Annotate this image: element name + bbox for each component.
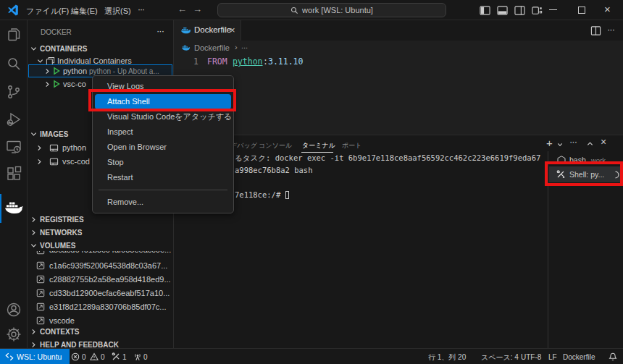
tree-item-vsc-co[interactable]: vsc-co <box>63 80 86 88</box>
annotation-box-shell <box>545 161 623 186</box>
menu-item-stop[interactable]: Stop <box>95 155 231 170</box>
section-registries[interactable]: REGISTRIES <box>40 216 84 224</box>
code-tag: 3.11.10 <box>268 56 303 67</box>
tree-item-image-python[interactable]: python <box>62 143 86 152</box>
menu-edit[interactable]: 編集(E) <box>71 6 98 17</box>
editor-more-icon[interactable]: ··· <box>607 24 614 35</box>
tab-bar <box>174 20 623 41</box>
status-bar: WSL: Ubuntu 0 0 1 0 行 1、列 20 スペース: 4 UTF… <box>0 348 623 364</box>
window-close-button[interactable]: × <box>604 3 611 15</box>
errors-count[interactable]: 0 <box>82 353 86 361</box>
container-running-icon <box>52 67 61 75</box>
breadcrumb-more[interactable]: ... <box>241 41 248 50</box>
indentation[interactable]: スペース: 4 <box>481 352 519 363</box>
window-maximize-button[interactable] <box>578 7 585 14</box>
toggle-sidebar-icon[interactable] <box>480 5 490 16</box>
explorer-icon[interactable] <box>5 26 22 43</box>
tab-dockerfile[interactable]: Dockerfile × <box>174 20 241 41</box>
menu-overflow[interactable]: ··· <box>138 4 144 14</box>
panel-close-icon[interactable]: × <box>601 136 606 148</box>
networks-chevron-icon[interactable] <box>30 229 37 236</box>
volume-row[interactable]: vscode <box>28 314 174 328</box>
breadcrumb[interactable]: Dockerfile › ... <box>174 41 623 55</box>
breadcrumb-file[interactable]: Dockerfile <box>194 43 230 52</box>
tree-item-python[interactable]: python <box>63 67 87 75</box>
volumes-chevron-icon[interactable] <box>30 242 37 249</box>
menu-item-open-in-browser[interactable]: Open in Browser <box>95 140 231 155</box>
section-contexts[interactable]: CONTEXTS <box>40 328 79 336</box>
nav-forward-icon[interactable]: → <box>193 4 202 14</box>
section-networks[interactable]: NETWORKS <box>40 229 82 237</box>
window-minimize-button[interactable] <box>549 9 557 10</box>
section-volumes[interactable]: VOLUMES <box>40 242 75 250</box>
eol[interactable]: LF <box>548 353 557 361</box>
volume-row-clipped[interactable]: a5cacd6401b5c04af055eeacc0e... <box>28 251 174 258</box>
search-icon <box>290 7 298 14</box>
source-control-icon[interactable] <box>5 83 22 101</box>
volume-row[interactable]: c28882755b2a58ea958d418ed9... <box>28 273 174 287</box>
customize-layout-icon[interactable] <box>532 5 543 16</box>
search-sidebar-icon[interactable] <box>5 55 22 72</box>
panel-tab-terminal[interactable]: ターミナル <box>302 141 335 151</box>
section-containers[interactable]: CONTAINERS <box>40 45 87 53</box>
tab-title: Dockerfile <box>194 25 231 34</box>
image-vsc-chevron-icon[interactable] <box>36 158 43 165</box>
terminal-cursor <box>285 191 289 199</box>
menu-selection[interactable]: 選択(S) <box>104 6 131 17</box>
accounts-icon[interactable] <box>5 301 22 318</box>
section-help[interactable]: HELP AND FEEDBACK <box>40 341 119 348</box>
settings-gear-icon[interactable] <box>5 326 22 343</box>
encoding[interactable]: UTF-8 <box>521 353 541 361</box>
images-chevron-icon[interactable] <box>30 131 37 137</box>
menu-file[interactable]: ファイル(F) <box>26 6 69 17</box>
python-chevron-icon[interactable] <box>44 68 51 75</box>
panel-maximize-icon[interactable] <box>587 140 593 147</box>
run-debug-icon[interactable] <box>5 111 22 128</box>
toggle-panel-icon[interactable] <box>497 5 508 16</box>
help-chevron-icon[interactable] <box>30 342 37 348</box>
tree-item-image-vsc-cod[interactable]: vsc-cod <box>62 157 90 166</box>
new-terminal-icon[interactable]: + <box>546 137 553 149</box>
image-python-chevron-icon[interactable] <box>36 145 43 151</box>
sidebar-more-icon[interactable]: ··· <box>156 25 164 36</box>
ports-count[interactable]: 0 <box>143 353 148 361</box>
terminal-line-2: a998ec76b8a2 bash <box>235 164 540 177</box>
docker-icon[interactable] <box>4 200 23 216</box>
volume-row[interactable]: cd33bd12900ecfac6eabf517a10... <box>28 287 174 300</box>
tab-close-icon[interactable]: × <box>230 25 235 35</box>
group-chevron-icon[interactable] <box>37 58 43 64</box>
extensions-icon[interactable] <box>5 165 22 182</box>
vsc-chevron-icon[interactable] <box>44 81 51 88</box>
menu-item-remove[interactable]: Remove... <box>95 195 231 210</box>
split-editor-icon[interactable] <box>590 25 601 36</box>
terminal-dropdown-icon[interactable] <box>557 142 563 148</box>
warnings-count[interactable]: 0 <box>101 353 105 361</box>
toggle-secondary-sidebar-icon[interactable] <box>514 5 525 16</box>
panel: デバッグ コンソール ターミナル ポート + ··· × るタスク: docke… <box>174 135 623 348</box>
search-box[interactable]: work [WSL: Ubuntu] <box>217 3 446 17</box>
volume-row[interactable]: e31f8d21289a830706b85df07c... <box>28 300 174 314</box>
terminal-output[interactable]: るタスク: docker exec -it 6b9e17e118ce8aaf56… <box>235 152 540 201</box>
panel-tab-ports[interactable]: ポート <box>342 141 361 151</box>
containers-chevron-icon[interactable] <box>30 46 37 52</box>
nav-back-icon[interactable]: ← <box>177 4 187 14</box>
cursor-position[interactable]: 行 1、列 20 <box>428 352 466 363</box>
menu-item-inspect[interactable]: Inspect <box>95 124 231 140</box>
menu-separator <box>99 190 227 190</box>
language-mode[interactable]: Dockerfile <box>563 353 595 361</box>
panel-more-icon[interactable]: ··· <box>569 136 577 147</box>
registries-chevron-icon[interactable] <box>30 216 37 223</box>
panel-tab-debug-console[interactable]: デバッグ コンソール <box>230 141 292 151</box>
volume-row[interactable]: c1a6c939f520064538d8c03a67... <box>28 259 174 273</box>
contexts-chevron-icon[interactable] <box>30 329 37 335</box>
code-colon: : <box>263 56 268 67</box>
notifications-bell-icon[interactable] <box>609 352 617 361</box>
remote-explorer-icon[interactable] <box>5 138 22 156</box>
code-image-ref[interactable]: python <box>233 56 263 67</box>
section-images[interactable]: IMAGES <box>40 130 68 138</box>
code-line-1[interactable]: 1 FROM python : 3.11.10 <box>174 56 623 69</box>
menu-item-restart[interactable]: Restart <box>95 170 231 185</box>
remote-indicator[interactable]: WSL: Ubuntu <box>0 349 70 364</box>
tasks-count[interactable]: 1 <box>122 353 127 361</box>
menu-item-attach-vscode[interactable]: Visual Studio Codeをアタッチする <box>95 109 231 124</box>
